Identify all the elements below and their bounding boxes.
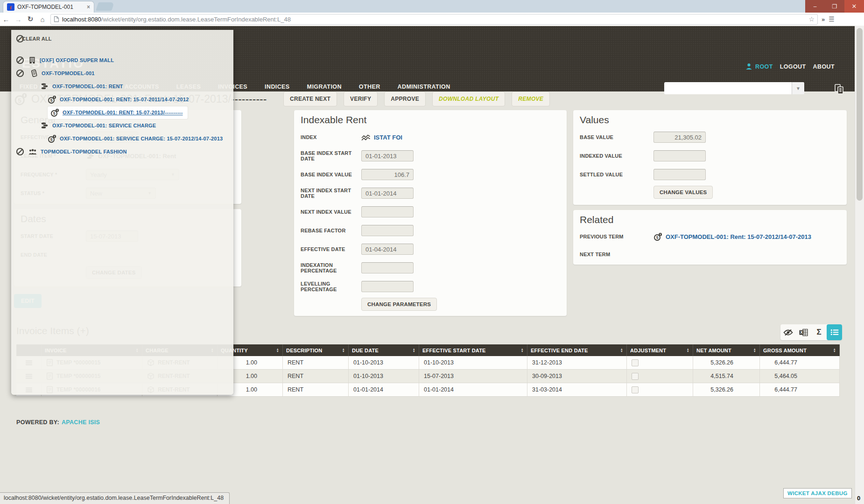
recent-item[interactable]: [OXF] OXFORD SUPER MALL xyxy=(11,54,233,67)
hide-icon[interactable] xyxy=(780,324,796,340)
extensions-overflow-icon[interactable]: » xyxy=(822,16,825,23)
effective-date-field[interactable]: 01-04-2014 xyxy=(361,244,414,255)
settled-value-field[interactable] xyxy=(653,169,706,180)
rebase-factor-field[interactable] xyxy=(361,225,414,236)
recent-item[interactable]: OXF-TOPMODEL-001 xyxy=(11,67,233,80)
cell-gross: 6,444.77 xyxy=(760,383,840,396)
field-label: EFFECTIVE DATE xyxy=(301,246,361,252)
sort-icon[interactable]: ▲▼ xyxy=(521,348,524,353)
user-name[interactable]: ROOT xyxy=(755,63,773,70)
remove-button[interactable]: REMOVE xyxy=(512,91,550,106)
levelling-percentage-field[interactable] xyxy=(361,281,414,292)
column-header-description[interactable]: DESCRIPTION▲▼ xyxy=(283,344,349,356)
menu-item-administration[interactable]: ADMINISTRATION xyxy=(398,84,450,90)
recent-item[interactable]: 5OXF-TOPMODEL-001: RENT: 15-07-2011/14-0… xyxy=(11,93,233,106)
create-next-button[interactable]: CREATE NEXT xyxy=(283,91,337,106)
base-index-start-date-field[interactable]: 01-01-2013 xyxy=(361,150,414,161)
indexation-percentage-field[interactable] xyxy=(361,262,414,273)
column-header-end[interactable]: EFFECTIVE END DATE▲▼ xyxy=(527,344,627,356)
adjustment-checkbox[interactable] xyxy=(632,386,639,393)
back-icon[interactable]: ← xyxy=(0,15,12,23)
download-layout-button[interactable]: DOWNLOAD LAYOUT xyxy=(432,91,505,106)
sort-icon[interactable]: ▲▼ xyxy=(687,348,689,353)
recent-item[interactable]: OXF-TOPMODEL-001: RENT xyxy=(11,80,233,93)
scrollbar[interactable] xyxy=(855,26,864,504)
base-index-value-field[interactable]: 106.7 xyxy=(361,169,414,180)
search-input[interactable] xyxy=(664,82,792,94)
sort-icon[interactable]: ▲▼ xyxy=(620,348,623,353)
field-label: INDEXATION PERCENTAGE xyxy=(301,262,361,273)
term-icon: 5 xyxy=(48,95,56,104)
browser-addressbar: ← → ↻ ⌂ localhost:8080 /wicket/entity/or… xyxy=(0,13,864,26)
field-label: NEXT INDEX START DATE xyxy=(301,188,361,199)
recent-item[interactable]: 5OXF-TOPMODEL-001: RENT: 15-07-2013/----… xyxy=(11,106,233,119)
wicket-ajax-debug-button[interactable]: WICKET AJAX DEBUG xyxy=(783,488,852,498)
forward-icon[interactable]: → xyxy=(12,15,24,23)
minimize-button[interactable]: – xyxy=(805,0,825,13)
recent-item[interactable]: TOPMODEL-TOPMODEL FASHION xyxy=(11,145,233,158)
ban-icon[interactable] xyxy=(16,147,24,156)
cell-start: 01-10-2013 xyxy=(419,356,527,369)
copy-pages-icon[interactable] xyxy=(834,83,845,95)
reload-icon[interactable]: ↻ xyxy=(24,15,36,23)
menu-item-migration[interactable]: MIGRATION xyxy=(307,84,342,90)
home-icon[interactable]: ⌂ xyxy=(36,15,49,23)
field-row: SETTLED VALUE xyxy=(580,165,847,184)
change-values-button[interactable]: CHANGE VALUES xyxy=(653,186,713,199)
previous-term-link[interactable]: OXF-TOPMODEL-001: Rent: 15-07-2012/14-07… xyxy=(666,233,811,240)
cell-description: RENT xyxy=(283,356,349,369)
field-label: BASE VALUE xyxy=(580,134,653,140)
recent-item-label: OXF-TOPMODEL-001: RENT: 15-07-2013/-----… xyxy=(63,110,183,115)
ban-icon[interactable] xyxy=(16,56,24,64)
excel-icon[interactable]: X xyxy=(796,324,811,340)
recent-item-content: [OXF] OXFORD SUPER MALL xyxy=(28,56,114,64)
recent-item[interactable]: 5OXF-TOPMODEL-001: SERVICE CHARGE: 15-07… xyxy=(11,132,233,145)
column-header-net[interactable]: NET AMOUNT▲▼ xyxy=(693,344,760,356)
menu-item-indices[interactable]: INDICES xyxy=(265,84,290,90)
maximize-button[interactable]: ❐ xyxy=(825,0,844,13)
ban-icon[interactable] xyxy=(16,69,24,77)
sort-icon[interactable]: ▲▼ xyxy=(342,348,345,353)
scrollbar-thumb[interactable] xyxy=(857,28,863,201)
column-header-adjustment[interactable]: ADJUSTMENT▲▼ xyxy=(627,344,693,356)
next-index-value-field[interactable] xyxy=(361,206,414,217)
tab-close-icon[interactable]: × xyxy=(87,4,90,10)
column-header-gross[interactable]: GROSS AMOUNT▲▼ xyxy=(760,344,840,356)
sigma-icon[interactable]: Σ xyxy=(811,324,827,340)
bookmark-star-icon[interactable]: ☆ xyxy=(808,15,815,23)
sort-icon[interactable]: ▲▼ xyxy=(276,348,279,353)
menu-item-other[interactable]: OTHER xyxy=(359,84,380,90)
url-field[interactable]: localhost:8080 /wicket/entity/org.estati… xyxy=(50,14,818,25)
adjustment-checkbox[interactable] xyxy=(632,359,639,366)
field-label: SETTLED VALUE xyxy=(580,172,653,177)
browser-menu-icon[interactable]: ☰ xyxy=(829,15,835,23)
verify-button[interactable]: VERIFY xyxy=(344,91,378,106)
base-value-field[interactable]: 21,305.02 xyxy=(653,132,706,143)
recent-item-label: OXF-TOPMODEL-001: RENT: 15-07-2011/14-07… xyxy=(60,97,189,102)
index-link[interactable]: ISTAT FOI xyxy=(374,134,402,141)
indexed-value-field[interactable] xyxy=(653,150,706,161)
clear-all-item[interactable]: CLEAR ALL xyxy=(11,33,233,45)
recent-item-content: 5OXF-TOPMODEL-001: SERVICE CHARGE: 15-07… xyxy=(48,134,223,143)
about-link[interactable]: ABOUT xyxy=(813,63,835,70)
adjustment-checkbox[interactable] xyxy=(632,373,639,380)
browser-tab[interactable]: f OXF-TOPMODEL-001 × xyxy=(3,1,94,13)
change-parameters-button[interactable]: CHANGE PARAMETERS xyxy=(361,298,437,311)
sort-icon[interactable]: ▲▼ xyxy=(833,348,836,353)
sort-icon[interactable]: ▲▼ xyxy=(413,348,415,353)
list-icon[interactable] xyxy=(827,324,842,340)
close-button[interactable]: ✕ xyxy=(844,0,864,13)
column-header-due[interactable]: DUE DATE▲▼ xyxy=(349,344,419,356)
term-icon: 5 xyxy=(48,134,56,143)
recent-item[interactable]: OXF-TOPMODEL-001: SERVICE CHARGE xyxy=(11,119,233,132)
apache-isis-link[interactable]: APACHE ISIS xyxy=(62,419,100,426)
next-index-start-date-field[interactable]: 01-01-2014 xyxy=(361,188,414,199)
search-dropdown-button[interactable]: ▼ xyxy=(792,82,804,94)
sort-icon[interactable]: ▲▼ xyxy=(753,348,756,353)
new-tab-button[interactable] xyxy=(96,2,114,11)
property-icon xyxy=(30,69,38,77)
approve-button[interactable]: APPROVE xyxy=(384,91,426,106)
logout-link[interactable]: LOGOUT xyxy=(780,63,806,70)
field-label: NEXT TERM xyxy=(580,252,653,257)
column-header-start[interactable]: EFFECTIVE START DATE▲▼ xyxy=(419,344,527,356)
